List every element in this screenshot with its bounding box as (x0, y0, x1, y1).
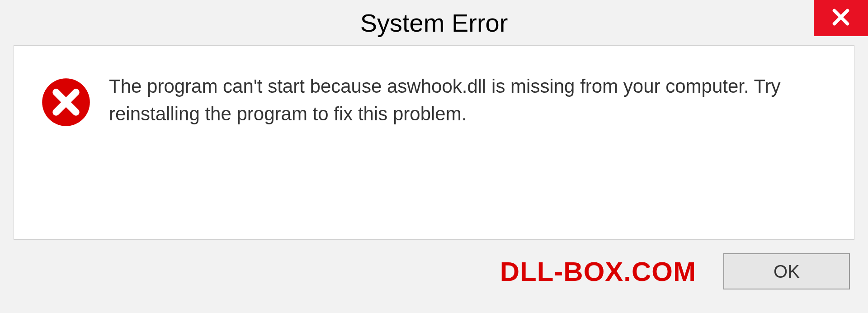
dialog-footer: DLL-BOX.COM OK (0, 240, 868, 289)
error-message: The program can't start because aswhook.… (109, 73, 831, 128)
ok-button-label: OK (774, 261, 800, 282)
error-icon (41, 77, 91, 127)
dialog-content: The program can't start because aswhook.… (14, 45, 854, 240)
title-bar: System Error (0, 0, 868, 45)
close-button[interactable] (814, 0, 868, 36)
dialog-title: System Error (360, 8, 508, 38)
ok-button[interactable]: OK (723, 253, 850, 289)
close-icon (830, 6, 852, 30)
watermark-text: DLL-BOX.COM (500, 256, 696, 287)
